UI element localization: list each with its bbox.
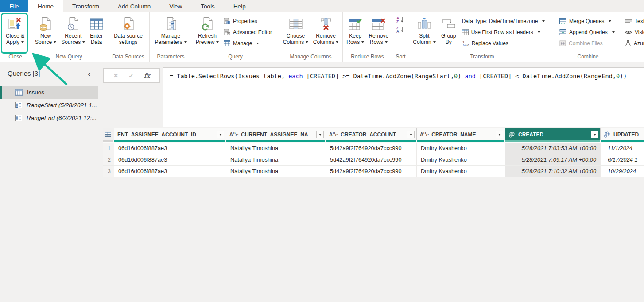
- recent-sources-button[interactable]: Recent Sources: [59, 13, 87, 53]
- sort-ascending-button[interactable]: A Z: [396, 16, 405, 23]
- group-by-button[interactable]: Group By: [438, 13, 459, 53]
- query-item-rangestart[interactable]: RangeStart (5/28/2021 1...: [0, 99, 98, 112]
- quality-bar-segment: [601, 140, 644, 142]
- enter-data-button[interactable]: Enter Data: [87, 13, 105, 53]
- new-source-button[interactable]: New Source: [32, 13, 59, 53]
- tab-home[interactable]: Home: [28, 0, 63, 12]
- grid-cell[interactable]: 06d16d006f887ae3: [114, 154, 226, 165]
- filter-button[interactable]: [407, 131, 415, 138]
- row-number[interactable]: 3: [103, 166, 114, 177]
- row-number[interactable]: 2: [103, 154, 114, 165]
- advanced-editor-label: Advanced Editor: [233, 29, 272, 35]
- remove-rows-button[interactable]: Remove Rows: [367, 13, 391, 53]
- grid-cell[interactable]: 5d42a9f2f764920da7ccc990: [326, 154, 417, 165]
- svg-text:A: A: [396, 29, 399, 33]
- grid-cell[interactable]: Dmitry Kvashenko: [417, 143, 505, 154]
- vision-button[interactable]: Vision: [622, 27, 644, 38]
- keep-rows-button[interactable]: Keep Rows: [344, 13, 367, 53]
- column-name: CREATOR_ACCOUNT_...: [341, 132, 403, 138]
- data-source-settings-button[interactable]: Data source settings: [109, 13, 148, 53]
- column-header-current-assignee-na[interactable]: ABCCURRENT_ASSIGNEE_NA...: [226, 128, 326, 140]
- query-item-issues[interactable]: Issues: [0, 86, 98, 99]
- column-header-ent-assignee-account-id[interactable]: ENT_ASSIGNEE_ACCOUNT_ID: [114, 128, 226, 140]
- tab-view[interactable]: View: [160, 0, 191, 12]
- combine-files-button[interactable]: Combine Files: [557, 38, 619, 49]
- grid-cell[interactable]: 5d42a9f2f764920da7ccc990: [326, 166, 417, 177]
- dropdown-caret-icon: [361, 41, 364, 43]
- table-row: 206d16d006f887ae3Nataliya Timoshina5d42a…: [103, 154, 644, 166]
- advanced-editor-button[interactable]: Advanced Editor: [221, 27, 277, 38]
- grid-cell[interactable]: Dmitry Kvashenko: [417, 166, 505, 177]
- grid-cell[interactable]: 06d16d006f887ae3: [114, 143, 226, 154]
- quality-bar-segment: [326, 140, 417, 142]
- formula-input[interactable]: = Table.SelectRows(Issues_table, each [C…: [163, 67, 644, 127]
- tab-help[interactable]: Help: [224, 0, 255, 12]
- dropdown-caret-icon: [54, 41, 56, 43]
- file-menu-button[interactable]: File: [0, 0, 28, 12]
- split-column-label-2: Column: [413, 39, 431, 45]
- close-and-apply-button[interactable]: Close & Apply: [1, 13, 29, 53]
- choose-columns-button[interactable]: Choose Columns: [281, 13, 311, 53]
- cancel-formula-icon[interactable]: ✕: [113, 72, 119, 80]
- query-item-rangeend[interactable]: RangeEnd (6/2/2021 12:...: [0, 112, 98, 124]
- filter-button[interactable]: [217, 131, 224, 138]
- properties-button[interactable]: Properties: [221, 15, 277, 27]
- grid-cell[interactable]: 06d16d006f887ae3: [114, 166, 226, 177]
- grid-cell[interactable]: Nataliya Timoshina: [226, 143, 326, 154]
- text-analytics-button[interactable]: Text A: [622, 15, 644, 27]
- grid-cell[interactable]: Nataliya Timoshina: [226, 154, 326, 165]
- grid-cell[interactable]: 5/28/2021 7:10:32 AM +00:00: [505, 166, 601, 177]
- filter-button[interactable]: [316, 131, 324, 138]
- dropdown-caret-icon: [216, 41, 219, 43]
- azure-ml-button[interactable]: Azure: [622, 38, 644, 49]
- replace-values-button[interactable]: 1 2 Replace Values: [459, 38, 554, 49]
- manage-query-button[interactable]: Manage: [221, 38, 277, 49]
- grid-cell[interactable]: 10/29/2024: [601, 166, 644, 177]
- split-column-button[interactable]: Split Column: [411, 13, 438, 53]
- filter-button[interactable]: [591, 131, 598, 138]
- use-first-row-as-headers-button[interactable]: Use First Row as Headers: [459, 27, 554, 38]
- grid-cell[interactable]: Nataliya Timoshina: [226, 166, 326, 177]
- column-header-creator-account[interactable]: ABCCREATOR_ACCOUNT_...: [326, 128, 417, 140]
- grid-cell[interactable]: 5/28/2021 7:09:17 AM +00:00: [505, 154, 601, 165]
- append-queries-button[interactable]: Append Queries: [557, 27, 619, 38]
- group-label-combine: Combine: [555, 53, 621, 62]
- manage-parameters-label-1: Manage: [161, 33, 180, 39]
- group-by-icon: [442, 16, 455, 32]
- column-header-creator-name[interactable]: ABCCREATOR_NAME: [417, 128, 505, 140]
- text-analytics-label: Text A: [635, 18, 644, 24]
- commit-formula-icon[interactable]: ✓: [128, 72, 134, 80]
- tab-transform[interactable]: Transform: [63, 0, 109, 12]
- grid-body: 106d16d006f887ae3Nataliya Timoshina5d42a…: [103, 143, 644, 177]
- remove-columns-button[interactable]: Remove Columns: [311, 13, 341, 53]
- sort-descending-button[interactable]: Z A: [396, 26, 405, 33]
- grid-cell[interactable]: Dmitry Kvashenko: [417, 154, 505, 165]
- datetimezone-type-icon: [604, 131, 611, 138]
- group-label-ai-insights: A: [621, 53, 644, 62]
- select-all-corner-button[interactable]: [103, 128, 114, 140]
- grid-cell[interactable]: 6/17/2024 1: [601, 154, 644, 165]
- grid-cell[interactable]: 11/1/2024: [601, 143, 644, 154]
- filter-button[interactable]: [496, 131, 503, 138]
- fx-icon[interactable]: fx: [144, 72, 150, 80]
- ribbon-group-parameters: Manage Parameters Parameters: [150, 12, 192, 62]
- quality-bar-segment: [114, 140, 226, 142]
- ribbon-group-manage-columns: Choose Columns Remove Columns Manage Col…: [279, 12, 343, 62]
- manage-parameters-button[interactable]: Manage Parameters: [151, 13, 190, 53]
- recent-sources-label-1: Recent: [65, 33, 81, 39]
- tab-tools[interactable]: Tools: [191, 0, 224, 12]
- enter-data-label-1: Enter: [90, 33, 103, 39]
- tab-add-column[interactable]: Add Column: [109, 0, 160, 12]
- row-number[interactable]: 1: [103, 143, 114, 154]
- column-header-created[interactable]: CREATED: [505, 128, 601, 140]
- merge-queries-button[interactable]: Merge Queries: [557, 15, 619, 27]
- grid-cell[interactable]: 5/28/2021 7:03:53 AM +00:00: [505, 143, 601, 154]
- table-corner-icon: [105, 132, 113, 137]
- collapse-panel-chevron-icon[interactable]: ‹: [88, 70, 91, 77]
- dropdown-caret-icon: [609, 20, 611, 22]
- grid-cell[interactable]: 5d42a9f2f764920da7ccc990: [326, 143, 417, 154]
- refresh-preview-button[interactable]: Refresh Preview: [194, 13, 221, 53]
- data-type-button[interactable]: Data Type: Date/Time/Timezone: [459, 15, 554, 27]
- column-header-updated[interactable]: UPDATED: [601, 128, 644, 140]
- keep-rows-label-1: Keep: [349, 33, 361, 39]
